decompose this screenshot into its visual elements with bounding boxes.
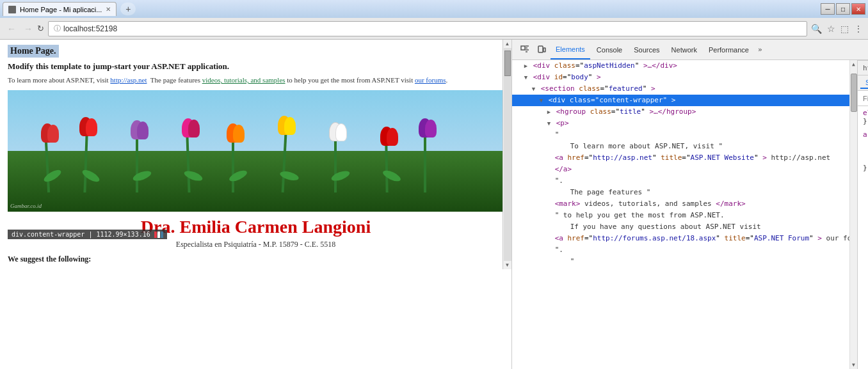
tab-title: Home Page - Mi aplicaci... xyxy=(20,6,102,13)
expand-arrow[interactable]: ▼ xyxy=(540,97,543,104)
tooltip-dimensions: 1112.99×133.16 xyxy=(96,231,150,238)
dom-scroll-up[interactable]: ▲ xyxy=(850,60,857,68)
title-bar: Home Page - Mi aplicaci... ✕ + ─ □ ✕ xyxy=(0,0,868,18)
bookmark-icon[interactable]: ☆ xyxy=(827,24,835,34)
cast-icon[interactable]: ⬚ xyxy=(840,24,849,34)
dom-line-1[interactable]: ▶ <div class="aspNetHidden" >…</div> xyxy=(512,60,849,72)
webpage-content: Home Page. Modify this template to jump-… xyxy=(0,40,511,269)
url-box[interactable]: ⓘ localhost:52198 xyxy=(48,21,807,36)
window-controls: ─ □ ✕ xyxy=(821,3,865,15)
styles-tab[interactable]: Styles xyxy=(860,77,868,89)
element-dimension-tooltip: div.content-wrapper | 1112.99×133.16 xyxy=(8,230,167,239)
devtools-tab-performance[interactable]: Performance xyxy=(703,40,754,59)
devtools-toolbar: Elements Console Sources Network Perform… xyxy=(512,40,868,60)
scroll-down-arrow[interactable]: ▼ xyxy=(504,261,511,269)
tutorials-link[interactable]: videos, tutorials, and samples xyxy=(202,76,285,84)
dom-line-12[interactable]: The page features " xyxy=(512,187,849,198)
dom-line-14[interactable]: " to help you get the most from ASP.NET. xyxy=(512,210,849,221)
suggest-text: We suggest the following: xyxy=(8,255,504,264)
devtools-tab-elements[interactable]: Elements xyxy=(551,40,590,59)
tab-close-button[interactable]: ✕ xyxy=(106,6,111,13)
tooltip-selector: div.content-wrapper xyxy=(12,231,84,238)
breadcrumb-html[interactable]: html xyxy=(863,64,868,72)
device-toolbar-button[interactable] xyxy=(534,42,549,58)
dom-scrollbar[interactable]: ▲ ▼ xyxy=(849,60,857,369)
dom-scroll-thumb[interactable] xyxy=(851,74,857,112)
dom-scroll-down[interactable]: ▼ xyxy=(850,361,857,369)
dom-line-18[interactable]: " xyxy=(512,256,849,267)
dom-line-4[interactable]: ▼ <div class="content-wrapper" > xyxy=(512,95,849,106)
devtools-body: ▶ <div class="aspNetHidden" >…</div> ▼ <… xyxy=(512,60,868,369)
asp-net-link[interactable]: http://asp.net xyxy=(110,76,147,84)
scroll-track[interactable] xyxy=(504,48,511,261)
css-block-element: element.style { } xyxy=(863,109,868,125)
maximize-button[interactable]: □ xyxy=(836,3,850,15)
webpage-title: Home Page. xyxy=(8,45,59,58)
dom-scroll-track[interactable] xyxy=(850,68,857,361)
styles-and-box-panel: html › body › form#ctl01 › div#body › se… xyxy=(858,60,868,369)
inspect-element-button[interactable] xyxy=(517,42,533,58)
devtools-tab-sources[interactable]: Sources xyxy=(629,40,664,59)
dom-line-2[interactable]: ▼ <div id="body" > xyxy=(512,72,849,83)
styles-filter-input[interactable] xyxy=(863,95,868,102)
breadcrumb-bar: html › body › form#ctl01 › div#body › se… xyxy=(858,60,868,75)
expand-arrow[interactable]: ▶ xyxy=(524,63,527,69)
dom-line-9[interactable]: <a href="http://asp.net" title="ASP.NET … xyxy=(512,152,849,164)
styles-pane: Styles Event Listeners DOM Breakpoints P… xyxy=(858,75,868,369)
scroll-up-arrow[interactable]: ▲ xyxy=(504,40,511,48)
dom-line-15[interactable]: If you have any questions about ASP.NET … xyxy=(512,221,849,233)
expand-arrow[interactable]: ▼ xyxy=(532,86,535,92)
browser-window: Home Page - Mi aplicaci... ✕ + ─ □ ✕ ← →… xyxy=(0,0,868,369)
webpage-scrollbar[interactable]: ▲ ▼ xyxy=(502,40,511,269)
expand-arrow[interactable]: ▼ xyxy=(524,74,527,81)
devtools-panel: Elements Console Sources Network Perform… xyxy=(512,40,868,369)
bottom-panel: Styles Event Listeners DOM Breakpoints P… xyxy=(858,75,868,369)
styles-content: element.style { } a:-webkit-any-link { xyxy=(858,106,868,369)
new-tab-button[interactable]: + xyxy=(120,3,136,15)
dom-line-7[interactable]: " xyxy=(512,129,849,141)
forward-button[interactable]: → xyxy=(22,22,35,35)
dom-line-13[interactable]: <mark> videos, tutorials, and samples </… xyxy=(512,198,849,210)
close-button[interactable]: ✕ xyxy=(851,3,865,15)
dom-line-16[interactable]: <a href="http://forums.asp.net/18.aspx" … xyxy=(512,233,849,244)
doctor-specialty: Especialista en Psiquiatría - M.P. 15879… xyxy=(8,240,504,249)
webpage-body-text: To learn more about ASP.NET, visit http:… xyxy=(8,75,504,85)
svg-rect-6 xyxy=(543,48,545,52)
dom-line-10[interactable]: </a> xyxy=(512,164,849,175)
dom-line-5[interactable]: ▶ <hgroup class="title" >…</hgroup> xyxy=(512,106,849,118)
security-icon: ⓘ xyxy=(54,24,61,33)
flag-icon xyxy=(154,232,163,238)
dom-tree[interactable]: ▶ <div class="aspNetHidden" >…</div> ▼ <… xyxy=(512,60,849,369)
address-icons: 🔍 ☆ ⬚ ⋮ xyxy=(811,24,863,34)
minimize-button[interactable]: ─ xyxy=(821,3,835,15)
webpage: Home Page. Modify this template to jump-… xyxy=(0,40,512,369)
address-bar: ← → ↻ ⓘ localhost:52198 🔍 ☆ ⬚ ⋮ xyxy=(0,18,868,40)
dom-line-3[interactable]: ▼ <section class="featured" > xyxy=(512,83,849,95)
styles-filter-bar: :hov .cls + xyxy=(858,91,868,106)
search-icon[interactable]: 🔍 xyxy=(811,24,822,34)
styles-tabs: Styles Event Listeners DOM Breakpoints P… xyxy=(858,75,868,91)
tab-favicon xyxy=(8,6,16,13)
svg-rect-0 xyxy=(521,46,525,50)
dom-tree-wrapper: ▶ <div class="aspNetHidden" >…</div> ▼ <… xyxy=(512,60,858,369)
forums-link[interactable]: our forums xyxy=(415,76,446,84)
browser-tab[interactable]: Home Page - Mi aplicaci... ✕ xyxy=(3,2,117,16)
tooltip-separator: | xyxy=(88,231,92,238)
refresh-button[interactable]: ↻ xyxy=(37,24,44,33)
back-button[interactable]: ← xyxy=(5,22,18,35)
dom-line-6[interactable]: ▼ <p> xyxy=(512,118,849,129)
image-watermark: Gambar.co.id xyxy=(10,203,42,209)
dom-line-8[interactable]: To learn more about ASP.NET, visit " xyxy=(512,141,849,152)
devtools-tab-console[interactable]: Console xyxy=(591,40,627,59)
scroll-thumb[interactable] xyxy=(504,51,511,76)
webpage-subtitle: Modify this template to jump-start your … xyxy=(8,61,504,72)
dom-line-11[interactable]: ". xyxy=(512,175,849,187)
css-block-webkit: a:-webkit-any-link { user agent styleshe… xyxy=(863,130,868,172)
expand-arrow[interactable]: ▼ xyxy=(547,120,551,127)
dom-line-17[interactable]: ". xyxy=(512,244,849,256)
svg-rect-5 xyxy=(538,46,543,52)
devtools-more-tabs[interactable]: » xyxy=(758,45,762,54)
expand-arrow[interactable]: ▶ xyxy=(547,109,551,115)
menu-button[interactable]: ⋮ xyxy=(854,24,863,34)
devtools-tab-network[interactable]: Network xyxy=(666,40,702,59)
